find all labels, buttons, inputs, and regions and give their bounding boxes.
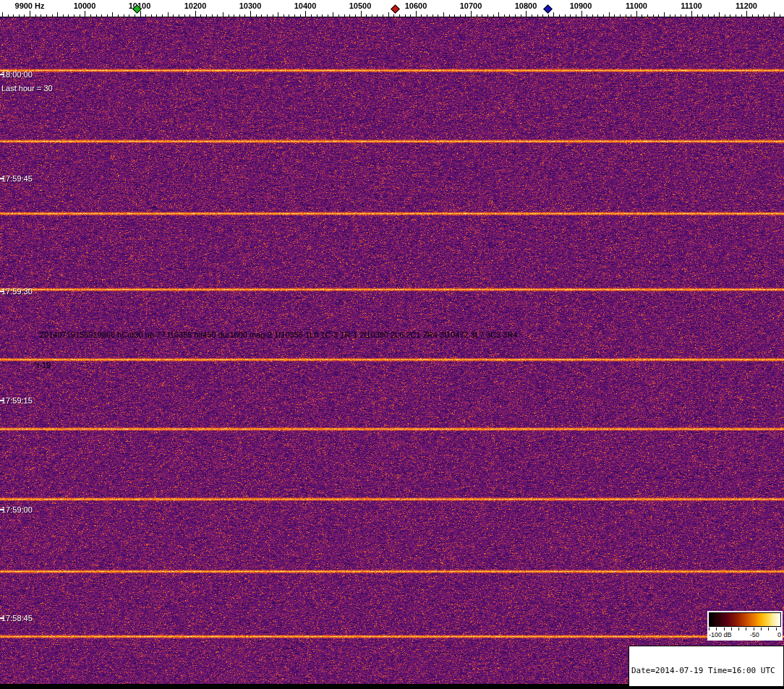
db-label-mid: -50 [750, 630, 759, 639]
time-label: 17:59:45 [1, 174, 33, 183]
info-date-line: Date=2014-07-19 Time=16:00 UTC [631, 666, 781, 675]
ruler-freq-label: 11200 [736, 1, 757, 10]
db-label-max: 0 [777, 630, 781, 639]
spectrogram-canvas[interactable] [0, 17, 784, 684]
ruler-freq-label: 9900 Hz [15, 1, 45, 10]
db-scale-labels: -100 dB -50 0 [709, 630, 781, 639]
time-label: 18:00:00 [1, 70, 33, 79]
time-tick-mark [0, 74, 4, 75]
ruler-freq-label: 10200 [184, 1, 207, 10]
ruler-freq-label: 10300 [239, 1, 262, 10]
db-label-min: -100 dB [709, 630, 732, 639]
spectrogram-window: 9900 Hz100001010010200103001040010500106… [0, 0, 784, 689]
ruler-freq-label: 10600 [405, 1, 427, 10]
time-label: 17:59:30 [1, 287, 33, 296]
frequency-ruler[interactable]: 9900 Hz100001010010200103001040010500106… [0, 0, 784, 17]
detection-annotation: 20140719155919868 hCnt30 nb-77 f10355 hi… [40, 330, 518, 339]
time-tick-mark [0, 509, 4, 510]
db-gradient-bar [709, 612, 781, 627]
ruler-freq-label: 10400 [294, 1, 317, 10]
ruler-freq-label: 11100 [681, 1, 702, 10]
ruler-freq-label: 10500 [349, 1, 372, 10]
observation-info-box: Date=2014-07-19 Time=16:00 UTC Freq=143 … [629, 646, 784, 687]
time-tick-mark [0, 291, 4, 292]
time-label: 17:59:00 [1, 505, 33, 514]
db-color-scale: -100 dB -50 0 [707, 611, 783, 641]
ruler-freq-label: 10700 [460, 1, 482, 10]
time-label: Last hour = 30 [1, 84, 53, 93]
ruler-freq-label: 10800 [515, 1, 537, 10]
time-label: 17:59:15 [1, 396, 33, 405]
ruler-freq-label: 10000 [74, 1, 96, 10]
cursor-readout: ^t-19 [33, 361, 51, 369]
time-tick-mark [0, 400, 4, 401]
ruler-freq-label: 10900 [570, 1, 592, 10]
time-tick-mark [0, 617, 4, 619]
time-label: 17:58:45 [1, 614, 33, 622]
time-tick-mark [0, 178, 4, 179]
ruler-freq-label: 11000 [626, 1, 647, 10]
